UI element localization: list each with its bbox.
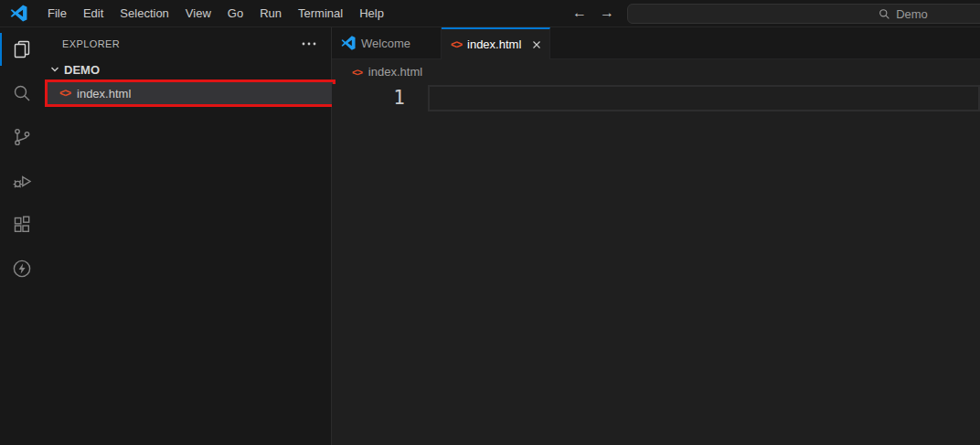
code-editor[interactable]: 1 xyxy=(332,84,980,445)
back-arrow-icon[interactable]: ← xyxy=(569,0,591,27)
folder-name: DEMO xyxy=(64,63,100,77)
more-actions-icon[interactable] xyxy=(300,38,318,49)
tab-label: index.html xyxy=(467,37,521,51)
current-line-highlight xyxy=(428,85,980,111)
vscode-logo-icon xyxy=(10,5,27,22)
breadcrumb: <> index.html xyxy=(332,59,980,84)
menu-selection[interactable]: Selection xyxy=(112,0,176,27)
sidebar-title: EXPLORER xyxy=(62,38,300,49)
menu-help[interactable]: Help xyxy=(351,0,392,27)
git-branch-icon xyxy=(11,126,33,148)
command-center-text: Demo xyxy=(896,7,928,21)
extensions-icon xyxy=(11,214,33,236)
explorer-sidebar: EXPLORER DEMO <> index.html xyxy=(44,27,332,445)
forward-arrow-icon[interactable]: → xyxy=(596,0,618,27)
tab-welcome[interactable]: Welcome xyxy=(332,27,442,59)
tab-index-html[interactable]: <> index.html xyxy=(442,27,550,59)
file-item-index-html[interactable]: <> index.html xyxy=(48,82,333,104)
sidebar-header: EXPLORER xyxy=(44,27,331,59)
html-file-icon: <> xyxy=(451,38,462,51)
folder-section-demo[interactable]: DEMO xyxy=(44,59,331,79)
debug-play-icon xyxy=(11,170,33,192)
file-name: index.html xyxy=(77,87,131,101)
search-icon xyxy=(879,8,890,20)
activity-bar xyxy=(0,27,44,445)
activity-extensions[interactable] xyxy=(0,203,44,247)
menu-run[interactable]: Run xyxy=(251,0,290,27)
annotation-highlight-box: <> index.html xyxy=(45,79,336,107)
titlebar: File Edit Selection View Go Run Terminal… xyxy=(0,0,980,27)
menu-file[interactable]: File xyxy=(39,0,75,27)
activity-source-control[interactable] xyxy=(0,115,44,159)
tab-bar-empty-space xyxy=(550,27,980,59)
menu-go[interactable]: Go xyxy=(219,0,251,27)
workbench: EXPLORER DEMO <> index.html xyxy=(0,27,980,445)
editor-group: Welcome <> index.html <> index.html 1 xyxy=(332,27,980,445)
activity-run-debug[interactable] xyxy=(0,159,44,203)
activity-lightning-extension[interactable] xyxy=(0,247,44,291)
command-center-search[interactable]: Demo xyxy=(627,4,980,24)
breadcrumb-item-file[interactable]: index.html xyxy=(368,65,422,79)
tab-label: Welcome xyxy=(361,37,410,50)
vscode-logo-icon xyxy=(341,36,356,50)
search-icon xyxy=(11,82,33,104)
menu-edit[interactable]: Edit xyxy=(75,0,112,27)
lightning-circle-icon xyxy=(11,258,33,280)
html-file-icon: <> xyxy=(59,87,70,100)
close-tab-icon[interactable] xyxy=(530,38,543,51)
activity-explorer[interactable] xyxy=(0,27,44,71)
menu-terminal[interactable]: Terminal xyxy=(290,0,351,27)
menubar: File Edit Selection View Go Run Terminal… xyxy=(39,0,392,27)
html-file-icon: <> xyxy=(352,67,362,78)
line-number: 1 xyxy=(332,85,405,111)
menu-view[interactable]: View xyxy=(177,0,219,27)
files-icon xyxy=(11,38,33,60)
chevron-down-icon xyxy=(48,62,62,77)
activity-search[interactable] xyxy=(0,71,44,115)
tab-bar: Welcome <> index.html xyxy=(332,27,980,59)
